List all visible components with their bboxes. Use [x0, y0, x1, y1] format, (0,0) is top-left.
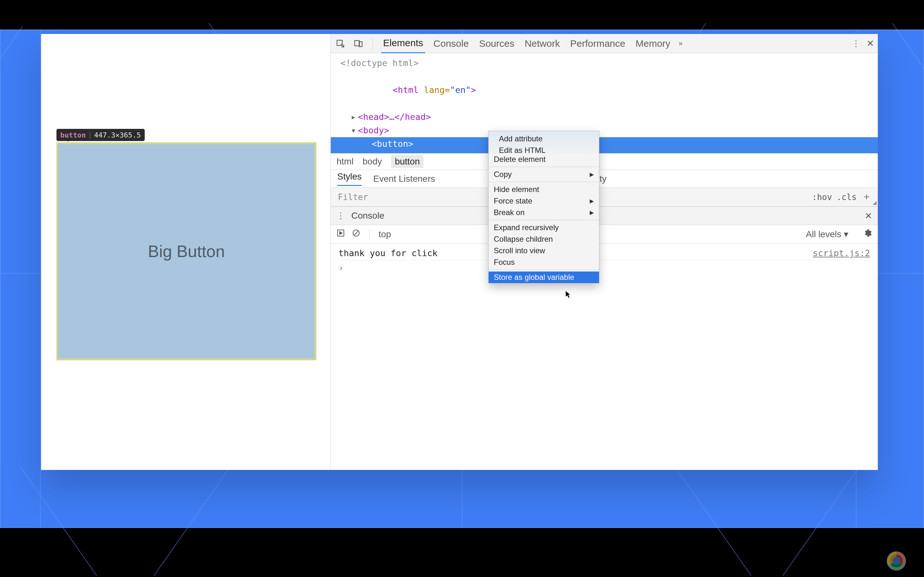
tab-memory[interactable]: Memory [634, 34, 672, 53]
inspect-tooltip-tag: button [60, 131, 86, 139]
big-button-label: Big Button [148, 242, 225, 261]
inspect-element-icon[interactable] [334, 38, 346, 49]
dom-doctype: <!doctype html> [341, 58, 419, 68]
ctx-delete-element[interactable]: Delete element [489, 153, 599, 165]
subtab-styles[interactable]: Styles [337, 171, 362, 186]
subtab-event-listeners[interactable]: Event Listeners [373, 174, 435, 184]
tab-console[interactable]: Console [431, 34, 471, 53]
big-button[interactable]: Big Button [57, 142, 317, 360]
close-drawer-icon[interactable]: ✕ [865, 211, 872, 221]
dom-breadcrumbs: html body button [331, 153, 878, 170]
close-devtools-icon[interactable]: ✕ [867, 38, 874, 49]
crumb-button[interactable]: button [391, 155, 424, 168]
hov-toggle[interactable]: :hov [812, 192, 832, 202]
cursor-icon [565, 290, 571, 299]
console-log-row: thank you for click script.js:2 [338, 246, 870, 260]
crumb-body[interactable]: body [363, 156, 382, 167]
ctx-focus[interactable]: Focus [489, 256, 599, 268]
console-log-source[interactable]: script.js:2 [813, 248, 870, 258]
console-context-select[interactable]: top [379, 229, 391, 239]
dom-selected-node[interactable]: <button> Big Button </button> == $0 [331, 137, 878, 153]
ctx-scroll-into-view[interactable]: Scroll into view [489, 245, 599, 256]
crumb-html[interactable]: html [336, 156, 354, 167]
drawer-title[interactable]: Console [351, 211, 384, 221]
drawer-menu-icon[interactable]: ⋮ [336, 211, 345, 220]
console-toolbar: top All levels ▾ [331, 225, 878, 243]
console-settings-icon[interactable] [863, 229, 872, 240]
ctx-expand-recursively[interactable]: Expand recursively [489, 222, 599, 234]
ctx-store-global[interactable]: Store as global variable [489, 271, 599, 283]
tab-elements[interactable]: Elements [381, 34, 425, 53]
console-prompt[interactable]: › [338, 260, 870, 273]
new-style-rule-icon[interactable]: ＋ [862, 193, 871, 201]
devtools-toolbar: Elements Console Sources Network Perform… [331, 34, 878, 53]
chrome-logo-icon [887, 551, 906, 571]
console-levels-select[interactable]: All levels ▾ [806, 229, 848, 239]
window: button | 447.3×365.5 Big Button [41, 34, 878, 470]
context-menu: Add attribute Edit as HTML Delete elemen… [488, 131, 599, 284]
cls-toggle[interactable]: .cls [837, 192, 857, 202]
ctx-add-attribute[interactable]: Add attribute [494, 133, 594, 145]
styles-filter-row: Filter :hov .cls ＋ [331, 188, 878, 206]
console-play-icon[interactable] [336, 229, 345, 239]
styles-filter-input[interactable]: Filter [338, 192, 368, 202]
ctx-force-state[interactable]: Force state▶ [489, 195, 599, 207]
devtools-menu-icon[interactable]: ⋮ [852, 39, 860, 48]
ctx-copy[interactable]: Copy▶ [489, 169, 599, 180]
dom-head[interactable]: <head>…</head> [358, 112, 431, 122]
tab-network[interactable]: Network [523, 34, 562, 53]
ctx-hide-element[interactable]: Hide element [489, 184, 599, 195]
tab-sources[interactable]: Sources [477, 34, 516, 53]
dom-body[interactable]: <body> [358, 125, 389, 135]
console-messages[interactable]: thank you for click script.js:2 › [331, 243, 878, 470]
ctx-break-on[interactable]: Break on▶ [489, 207, 599, 218]
clear-console-icon[interactable] [352, 229, 360, 239]
inspect-tooltip: button | 447.3×365.5 [57, 129, 145, 141]
tab-performance[interactable]: Performance [568, 34, 627, 53]
stage: button | 447.3×365.5 Big Button [0, 0, 924, 577]
selected-line-handle[interactable]: ⋯ [336, 112, 342, 126]
resize-notch-icon [873, 201, 877, 205]
inspect-tooltip-dims: 447.3×365.5 [94, 131, 141, 139]
styles-subtabs: Styles Event Listeners DOM Breakpoints r… [331, 170, 878, 188]
console-drawer-header: ⋮ Console ✕ [331, 206, 878, 225]
more-tabs-icon[interactable]: » [678, 39, 682, 48]
devtools-pane: Elements Console Sources Network Perform… [330, 34, 878, 470]
console-log-text: thank you for click [338, 248, 438, 258]
dom-tree[interactable]: <!doctype html> <html lang="en"> ▸<head>… [331, 53, 878, 153]
page-pane: button | 447.3×365.5 Big Button [41, 34, 330, 470]
svg-line-5 [354, 231, 359, 235]
ctx-collapse-children[interactable]: Collapse children [489, 234, 599, 245]
device-toolbar-icon[interactable] [352, 38, 364, 49]
